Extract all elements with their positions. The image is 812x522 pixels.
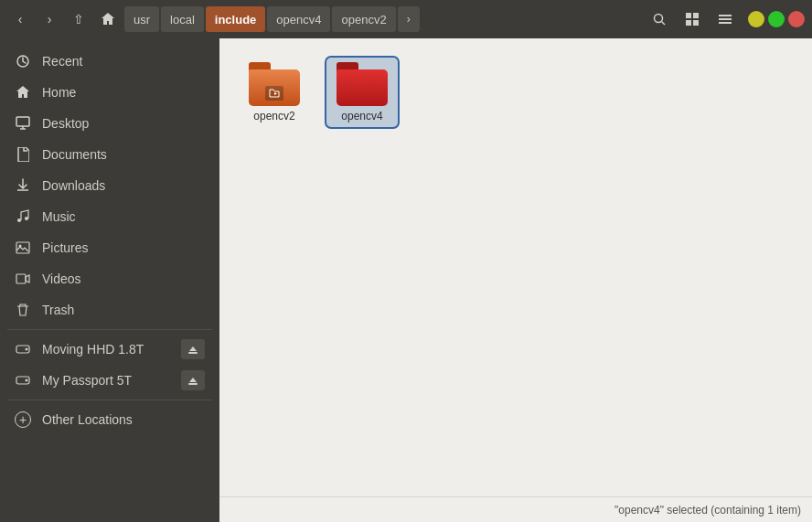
svg-rect-3 bbox=[693, 13, 699, 18]
folder-opencv4[interactable]: opencv4 bbox=[326, 57, 399, 128]
trash-icon bbox=[15, 302, 31, 318]
folder-body-opencv4 bbox=[337, 69, 388, 106]
up-button[interactable]: ⇧ bbox=[66, 6, 91, 32]
svg-point-0 bbox=[655, 15, 663, 23]
folder-label-opencv2: opencv2 bbox=[253, 110, 294, 123]
hhd-icon bbox=[15, 341, 31, 357]
sidebar-item-downloads[interactable]: Downloads bbox=[4, 170, 216, 201]
sidebar-item-trash[interactable]: Trash bbox=[4, 294, 216, 325]
desktop-icon bbox=[15, 115, 31, 132]
svg-point-17 bbox=[26, 348, 28, 351]
svg-rect-8 bbox=[719, 22, 732, 24]
svg-rect-5 bbox=[693, 20, 699, 26]
svg-point-11 bbox=[17, 218, 21, 222]
svg-rect-6 bbox=[719, 15, 732, 16]
sidebar-separator-2 bbox=[7, 399, 212, 400]
eject-hhd-button[interactable] bbox=[181, 339, 205, 359]
sidebar-item-passport[interactable]: My Passport 5T bbox=[4, 365, 216, 396]
folder-icon-opencv4 bbox=[337, 62, 388, 106]
svg-rect-2 bbox=[686, 13, 691, 18]
sidebar-separator-1 bbox=[7, 329, 212, 330]
pictures-icon bbox=[15, 240, 31, 256]
sidebar-item-hhd[interactable]: Moving HHD 1.8T bbox=[4, 334, 216, 365]
svg-rect-7 bbox=[719, 18, 732, 20]
breadcrumb-include[interactable]: include bbox=[206, 6, 266, 32]
breadcrumb-local[interactable]: local bbox=[161, 6, 204, 32]
svg-rect-4 bbox=[686, 20, 691, 26]
statusbar-text: "opencv4" selected (containing 1 item) bbox=[614, 504, 801, 517]
folder-open-marker bbox=[265, 86, 283, 101]
content-panel: opencv2 opencv4 "opencv4" selected (cont… bbox=[219, 38, 812, 522]
maximize-button[interactable] bbox=[768, 11, 785, 27]
svg-rect-15 bbox=[16, 274, 26, 283]
recent-icon bbox=[15, 53, 31, 69]
breadcrumb-usr[interactable]: usr bbox=[124, 6, 159, 32]
view-button[interactable] bbox=[678, 6, 706, 32]
music-icon bbox=[15, 208, 31, 225]
breadcrumb-more[interactable]: › bbox=[398, 6, 420, 32]
sidebar-item-documents[interactable]: Documents bbox=[4, 139, 216, 170]
sidebar-label-trash: Trash bbox=[42, 303, 74, 317]
folder-label-opencv4: opencv4 bbox=[341, 110, 382, 123]
sidebar-label-passport: My Passport 5T bbox=[42, 373, 132, 388]
downloads-icon bbox=[15, 177, 31, 194]
sidebar-label-music: Music bbox=[42, 209, 76, 224]
sidebar-label-pictures: Pictures bbox=[42, 240, 89, 255]
svg-line-1 bbox=[662, 22, 666, 26]
svg-rect-10 bbox=[16, 117, 29, 126]
menu-button[interactable] bbox=[711, 6, 739, 32]
window-controls bbox=[748, 11, 805, 27]
sidebar-item-pictures[interactable]: Pictures bbox=[4, 232, 216, 263]
home-icon bbox=[15, 84, 31, 101]
breadcrumb-opencv2[interactable]: opencv2 bbox=[332, 6, 395, 32]
back-button[interactable]: ‹ bbox=[7, 6, 33, 32]
home-button[interactable] bbox=[95, 6, 121, 32]
sidebar-label-videos: Videos bbox=[42, 272, 81, 286]
svg-rect-18 bbox=[188, 352, 198, 354]
svg-point-12 bbox=[25, 217, 28, 220]
main-area: Recent Home Desktop Documents Downloads bbox=[0, 38, 812, 522]
svg-rect-21 bbox=[188, 383, 198, 385]
sidebar-label-other-locations: Other Locations bbox=[42, 412, 133, 427]
search-button[interactable] bbox=[646, 6, 673, 32]
sidebar-item-music[interactable]: Music bbox=[4, 201, 216, 232]
svg-rect-13 bbox=[16, 242, 29, 253]
file-grid: opencv2 opencv4 bbox=[238, 57, 794, 128]
forward-button[interactable]: › bbox=[37, 6, 62, 32]
sidebar-label-recent: Recent bbox=[42, 54, 82, 69]
sidebar-item-home[interactable]: Home bbox=[4, 77, 216, 108]
sidebar-label-home: Home bbox=[42, 85, 76, 100]
sidebar-label-hhd: Moving HHD 1.8T bbox=[42, 342, 144, 357]
sidebar: Recent Home Desktop Documents Downloads bbox=[0, 38, 219, 522]
minimize-button[interactable] bbox=[748, 11, 764, 27]
svg-point-20 bbox=[26, 379, 28, 382]
sidebar-label-desktop: Desktop bbox=[42, 116, 89, 131]
sidebar-label-downloads: Downloads bbox=[42, 178, 105, 193]
documents-icon bbox=[15, 146, 31, 163]
sidebar-item-recent[interactable]: Recent bbox=[4, 46, 216, 77]
passport-icon bbox=[15, 372, 31, 389]
file-content: opencv2 opencv4 bbox=[219, 38, 812, 496]
sidebar-label-documents: Documents bbox=[42, 147, 107, 162]
folder-icon-opencv2 bbox=[249, 62, 300, 106]
sidebar-item-desktop[interactable]: Desktop bbox=[4, 108, 216, 139]
plus-icon: + bbox=[15, 411, 31, 428]
breadcrumb: usr local include opencv4 opencv2 › bbox=[124, 5, 635, 34]
folder-body bbox=[249, 69, 300, 106]
folder-opencv2[interactable]: opencv2 bbox=[238, 57, 311, 128]
titlebar: ‹ › ⇧ usr local include opencv4 opencv2 … bbox=[0, 0, 812, 38]
titlebar-controls bbox=[646, 6, 805, 32]
sidebar-item-videos[interactable]: Videos bbox=[4, 263, 216, 294]
sidebar-item-other-locations[interactable]: + Other Locations bbox=[4, 404, 216, 435]
statusbar: "opencv4" selected (containing 1 item) bbox=[219, 496, 812, 522]
close-button[interactable] bbox=[788, 11, 805, 27]
videos-icon bbox=[15, 271, 31, 287]
breadcrumb-opencv4[interactable]: opencv4 bbox=[267, 6, 330, 32]
eject-passport-button[interactable] bbox=[181, 370, 205, 390]
